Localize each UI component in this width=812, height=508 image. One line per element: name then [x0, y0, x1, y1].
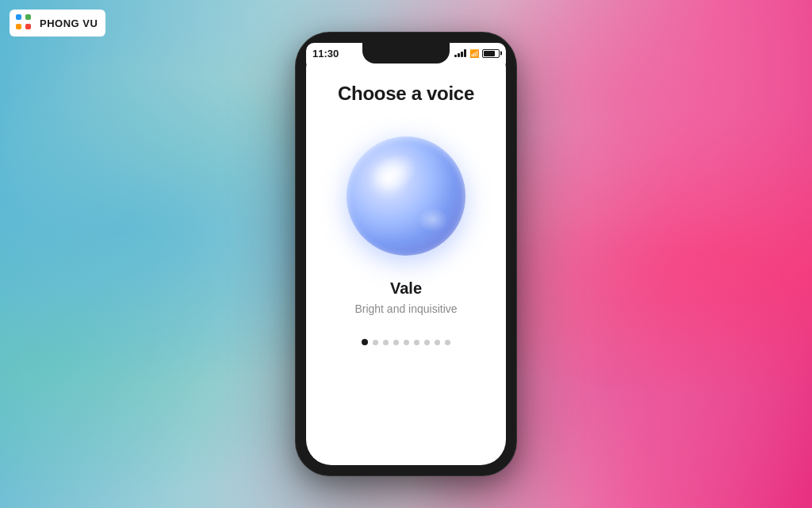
pagination-dot-9[interactable] — [445, 340, 450, 345]
pagination-dot-1[interactable] — [362, 339, 368, 345]
logo-dot-2 — [25, 14, 31, 20]
phone-mockup: 11:30 📶 Choose a voice V — [295, 32, 517, 476]
phong-vu-logo: PHONG VU — [10, 10, 105, 37]
page-title: Choose a voice — [338, 83, 474, 105]
pagination-dot-2[interactable] — [373, 340, 378, 345]
voice-name: Vale — [390, 279, 422, 298]
pagination-dot-3[interactable] — [383, 340, 389, 345]
phone-container: 11:30 📶 Choose a voice V — [295, 32, 517, 476]
phone-notch — [362, 43, 450, 64]
phone-screen: 11:30 📶 Choose a voice V — [306, 43, 506, 465]
status-icons: 📶 — [454, 49, 500, 58]
pagination-dots — [362, 339, 450, 345]
logo-dot-3 — [16, 24, 21, 29]
logo-text: PHONG VU — [40, 17, 98, 29]
battery-icon — [482, 49, 500, 58]
pagination-dot-8[interactable] — [435, 340, 440, 345]
voice-orb[interactable] — [347, 137, 465, 256]
screen-content: Choose a voice Vale Bright and inquisiti… — [306, 43, 506, 465]
pagination-dot-4[interactable] — [393, 340, 399, 345]
pagination-dot-6[interactable] — [414, 340, 419, 345]
logo-dot-4 — [25, 24, 31, 29]
logo-icon — [16, 14, 33, 32]
status-time: 11:30 — [312, 48, 339, 60]
logo-dot-1 — [16, 14, 21, 20]
battery-fill — [484, 51, 495, 56]
pagination-dot-7[interactable] — [424, 340, 430, 345]
signal-icon — [454, 49, 466, 57]
wifi-icon: 📶 — [469, 49, 479, 58]
pagination-dot-5[interactable] — [404, 340, 409, 345]
voice-description: Bright and inquisitive — [354, 302, 457, 315]
